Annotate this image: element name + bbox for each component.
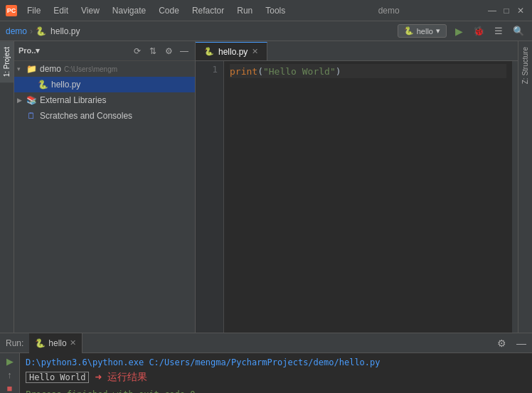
window-controls: — □ ✕	[486, 5, 526, 16]
menu-edit[interactable]: Edit	[48, 4, 74, 17]
tree-arrow-libs: ▶	[17, 97, 26, 104]
left-side-tabs: 1: Project	[0, 41, 14, 333]
run-tab-label: hello	[48, 338, 66, 348]
run-settings-btn[interactable]: ⚙	[497, 338, 506, 349]
code-area[interactable]: print ( "Hello World" )	[224, 61, 512, 333]
menu-refactor[interactable]: Refactor	[186, 4, 230, 17]
tab-close-icon[interactable]: ✕	[252, 47, 258, 56]
tree-label-external-libs: External Libraries	[40, 95, 106, 105]
paren-open: (	[257, 66, 263, 77]
run-button[interactable]: ▶	[451, 23, 467, 39]
run-config-arrow: ▾	[436, 26, 440, 36]
breadcrumb-project[interactable]: demo	[6, 26, 27, 36]
keyword-print: print	[230, 66, 257, 77]
breadcrumb-file[interactable]: hello.py	[50, 26, 80, 36]
line-numbers: 1	[196, 61, 224, 333]
run-play-btn[interactable]: ▶	[3, 356, 17, 367]
tree-item-external-libs[interactable]: ▶ 📚 External Libraries	[14, 92, 195, 108]
folder-icon: 📁	[26, 63, 37, 75]
tree-item-scratches[interactable]: 🗒 Scratches and Consoles	[14, 108, 195, 124]
structure-side-tab[interactable]: Z: Structure	[518, 41, 532, 90]
menu-file[interactable]: File	[21, 4, 46, 17]
run-annotation: Hello World ➜ 运行结果	[26, 370, 526, 384]
editor-tab-hello-py[interactable]: 🐍 hello.py ✕	[196, 42, 267, 60]
menu-run[interactable]: Run	[231, 4, 258, 17]
line-number-1: 1	[196, 64, 218, 75]
run-tab-close[interactable]: ✕	[70, 338, 76, 348]
run-output: D:\python3.6\python.exe C:/Users/mengma/…	[20, 353, 532, 393]
run-side-toolbar: ▶ ↑ ■ ↓ ⟳ ☰ 📌	[0, 353, 20, 393]
py-file-icon: 🐍	[37, 79, 48, 90]
run-stop-btn[interactable]: ■	[3, 383, 17, 393]
run-tab-icon: 🐍	[35, 338, 46, 348]
string-hello-world: "Hello World"	[263, 66, 336, 77]
close-button[interactable]: ✕	[515, 5, 526, 16]
lib-icon: 📚	[26, 95, 37, 106]
panel-toolbar: Pro..▾ ⟳ ⇅ ⚙ —	[14, 41, 195, 61]
menu-code[interactable]: Code	[153, 4, 185, 17]
project-panel: Pro..▾ ⟳ ⇅ ⚙ — ▾ 📁 demo C:\Users\mengm 🐍…	[14, 41, 196, 333]
run-tab-hello[interactable]: 🐍 hello ✕	[29, 333, 82, 353]
run-label: Run:	[6, 338, 23, 348]
coverage-button[interactable]: ☰	[491, 23, 506, 39]
project-tree: ▾ 📁 demo C:\Users\mengm 🐍 hello.py ▶ 📚 E…	[14, 61, 195, 333]
run-process-msg: Process finished with exit code 0	[26, 388, 526, 393]
maximize-button[interactable]: □	[501, 5, 512, 16]
nav-bar: demo › 🐍 hello.py 🐍 hello ▾ ▶ 🐞 ☰ 🔍	[0, 21, 532, 41]
run-config-selector[interactable]: 🐍 hello ▾	[398, 24, 447, 38]
breadcrumb: demo › 🐍 hello.py	[6, 26, 80, 36]
tree-label-hello-py: hello.py	[51, 80, 80, 90]
run-result-annotation: 运行结果	[107, 371, 147, 384]
panel-minimize-btn[interactable]: —	[178, 45, 191, 58]
tree-item-demo[interactable]: ▾ 📁 demo C:\Users\mengm	[14, 61, 195, 77]
search-button[interactable]: 🔍	[511, 23, 526, 39]
panel-equalize-btn[interactable]: ⇅	[147, 45, 159, 58]
scratch-icon: 🗒	[26, 110, 37, 122]
menu-view[interactable]: View	[75, 4, 105, 17]
tree-path-demo: C:\Users\mengm	[64, 65, 117, 73]
tree-label-scratches: Scratches and Consoles	[40, 111, 132, 121]
app-logo: PC	[6, 5, 17, 16]
project-side-tab[interactable]: 1: Project	[0, 41, 14, 82]
panel-settings-btn[interactable]: ⚙	[162, 45, 175, 58]
window-title: demo	[291, 6, 486, 16]
editor-content: 1 print ( "Hello World" )	[196, 61, 518, 333]
run-panel-header: Run: 🐍 hello ✕ ⚙ —	[0, 333, 532, 353]
run-content: ▶ ↑ ■ ↓ ⟳ ☰ 📌 D:\python3.6\python.exe C:…	[0, 353, 532, 393]
minimize-button[interactable]: —	[486, 5, 498, 16]
tree-item-hello-py[interactable]: 🐍 hello.py	[14, 77, 195, 92]
panel-sync-btn[interactable]: ⟳	[131, 45, 144, 58]
title-bar: PC File Edit View Navigate Code Refactor…	[0, 0, 532, 21]
code-line-1: print ( "Hello World" )	[230, 64, 506, 78]
tree-arrow-demo: ▾	[17, 65, 26, 72]
menu-tools[interactable]: Tools	[260, 4, 291, 17]
editor-area: 🐍 hello.py ✕ 1 print ( "Hello World" )	[196, 41, 518, 333]
editor-tab-label: hello.py	[218, 47, 248, 57]
run-panel: Run: 🐍 hello ✕ ⚙ — ▶ ↑ ■ ↓ ⟳ ☰ 📌 D:\pyth…	[0, 333, 532, 393]
menu-navigate[interactable]: Navigate	[107, 4, 151, 17]
breadcrumb-separator: ›	[30, 26, 33, 36]
menu-bar: File Edit View Navigate Code Refactor Ru…	[21, 4, 291, 17]
hello-world-output: Hello World	[26, 372, 89, 383]
run-output-path[interactable]: D:\python3.6\python.exe C:/Users/mengma/…	[26, 356, 526, 369]
editor-tabs: 🐍 hello.py ✕	[196, 41, 518, 61]
run-up-btn[interactable]: ↑	[3, 370, 17, 380]
tree-label-demo: demo	[40, 64, 61, 74]
panel-title: Pro..▾	[18, 46, 40, 55]
main-area: 1: Project Pro..▾ ⟳ ⇅ ⚙ — ▾ 📁 demo C:\Us…	[0, 41, 532, 333]
paren-close: )	[336, 66, 341, 77]
arrow-right-icon: ➜	[95, 370, 102, 384]
debug-button[interactable]: 🐞	[471, 23, 486, 39]
run-minimize-btn[interactable]: —	[516, 338, 526, 349]
run-config-label: hello	[417, 27, 433, 36]
right-side-tabs: Z: Structure	[518, 41, 532, 333]
editor-scrollbar[interactable]	[512, 61, 518, 333]
